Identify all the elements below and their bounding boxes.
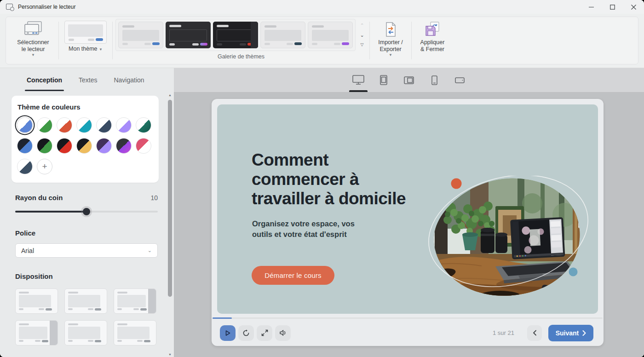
corner-radius-value: 10 bbox=[150, 194, 158, 202]
preview-pane: Commentcommencer àtravailler à domicile … bbox=[174, 68, 644, 357]
player-frame: Commentcommencer àtravailler à domicile … bbox=[212, 99, 604, 346]
next-button[interactable]: Suivant bbox=[548, 325, 593, 341]
color-theme-title: Thème de couleurs bbox=[17, 103, 153, 111]
theme-light-navy[interactable] bbox=[260, 22, 305, 48]
tab-navigation[interactable]: Navigation bbox=[105, 68, 152, 92]
slide-title: Commentcommencer àtravailler à domicile bbox=[252, 150, 406, 208]
layout-label: Disposition bbox=[15, 272, 158, 280]
gallery-caption: Galerie de thèmes bbox=[115, 53, 367, 60]
import-export-button[interactable]: Importer /Exporter ▼ bbox=[371, 19, 410, 62]
corner-radius-label: Rayon du coin bbox=[15, 194, 63, 202]
theme-light-blue[interactable] bbox=[118, 22, 163, 48]
device-strip bbox=[174, 68, 644, 92]
import-export-label-2: Exporter bbox=[380, 46, 401, 52]
preview-area: Commentcommencer àtravailler à domicile … bbox=[174, 92, 644, 357]
play-button[interactable] bbox=[220, 325, 236, 341]
close-button[interactable] bbox=[623, 0, 644, 14]
fullscreen-button[interactable] bbox=[257, 325, 272, 341]
color-swatch-2-7[interactable] bbox=[136, 138, 151, 154]
device-phone-portrait-button[interactable] bbox=[425, 68, 443, 92]
apply-close-label-1: Appliquer bbox=[420, 39, 445, 46]
theme-dark-purple[interactable] bbox=[166, 22, 211, 48]
scroll-down-icon[interactable]: ▼ bbox=[168, 353, 172, 356]
slide-subtitle: Organisez votre espace, vosoutils et vot… bbox=[252, 219, 355, 240]
tab-textes[interactable]: Textes bbox=[70, 68, 105, 92]
my-theme-thumbnail bbox=[64, 21, 107, 44]
color-swatch-1-6[interactable] bbox=[116, 117, 132, 133]
font-label: Police bbox=[15, 229, 158, 237]
color-swatch-1-4[interactable] bbox=[76, 117, 92, 133]
minimize-button[interactable] bbox=[581, 0, 602, 14]
previous-button[interactable] bbox=[527, 325, 542, 341]
app-icon bbox=[6, 4, 14, 11]
chevron-down-icon: ⌄ bbox=[148, 248, 152, 253]
corner-radius-slider[interactable] bbox=[15, 208, 158, 215]
font-select-value: Arial bbox=[21, 247, 34, 254]
layout-thumb-6[interactable] bbox=[114, 320, 156, 345]
color-swatch-1-2[interactable] bbox=[37, 117, 52, 133]
sidebar: ConceptionTextesNavigation Thème de coul… bbox=[0, 68, 174, 357]
color-swatch-1-7[interactable] bbox=[136, 117, 151, 133]
device-tablet-portrait-button[interactable] bbox=[374, 68, 393, 92]
my-theme-label: Mon thème bbox=[69, 46, 98, 52]
titlebar: Personnaliser le lecteur bbox=[0, 0, 644, 14]
color-swatch-2-4[interactable] bbox=[76, 138, 92, 154]
gallery-scroll-up-icon[interactable]: ⌃ bbox=[358, 22, 366, 29]
ribbon: Sélectionnerle lecteur ▼ Mon thème ▼ ⌃ ⌄… bbox=[0, 14, 644, 68]
layout-section: Disposition bbox=[15, 272, 158, 345]
select-player-icon bbox=[23, 20, 43, 37]
sidebar-tabs: ConceptionTextesNavigation bbox=[0, 68, 174, 92]
customize-player-window: Personnaliser le lecteur bbox=[0, 0, 644, 357]
start-course-button[interactable]: Démarrer le cours bbox=[252, 266, 334, 285]
my-theme-button[interactable]: Mon thème ▼ bbox=[60, 19, 111, 62]
device-phone-landscape-button[interactable] bbox=[450, 68, 469, 92]
add-color-theme-button[interactable]: + bbox=[37, 159, 52, 174]
gallery-more-icon[interactable]: ▽ bbox=[358, 41, 366, 48]
color-swatch-2-1[interactable] bbox=[17, 138, 33, 154]
scroll-up-icon[interactable]: ▲ bbox=[168, 93, 172, 97]
import-export-caret-icon: ▼ bbox=[389, 54, 392, 57]
decorative-orange-dot bbox=[451, 178, 462, 189]
layout-thumb-3[interactable] bbox=[114, 288, 156, 314]
tab-conception[interactable]: Conception bbox=[18, 68, 70, 92]
slider-thumb[interactable] bbox=[83, 208, 90, 215]
page-indicator: 1 sur 21 bbox=[493, 329, 514, 336]
gallery-scroll-down-icon[interactable]: ⌄ bbox=[358, 31, 366, 39]
slide-preview: Commentcommencer àtravailler à domicile … bbox=[217, 104, 598, 314]
color-swatch-1-3[interactable] bbox=[57, 117, 72, 133]
color-swatch-2-5[interactable] bbox=[96, 138, 112, 154]
theme-light-purple[interactable] bbox=[308, 22, 353, 48]
select-player-label-2: le lecteur bbox=[22, 46, 45, 52]
color-theme-card: Thème de couleurs + bbox=[12, 96, 159, 183]
sidebar-scrollbar[interactable]: ▲ ▼ bbox=[167, 93, 173, 356]
restart-button[interactable] bbox=[238, 325, 254, 341]
maximize-button[interactable] bbox=[602, 0, 623, 14]
layout-thumb-1[interactable] bbox=[15, 288, 58, 314]
apply-close-label-2: & Fermer bbox=[420, 46, 444, 52]
layout-thumb-4[interactable] bbox=[15, 320, 58, 345]
color-swatch-2-3[interactable] bbox=[57, 138, 72, 154]
color-swatch-3-1[interactable] bbox=[17, 159, 33, 174]
apply-close-icon bbox=[424, 20, 441, 37]
color-swatch-1-5[interactable] bbox=[96, 117, 112, 133]
select-player-button[interactable]: Sélectionnerle lecteur ▼ bbox=[9, 19, 58, 62]
apply-close-button[interactable]: Appliquer& Fermer bbox=[413, 19, 452, 62]
theme-dark-red[interactable] bbox=[213, 22, 258, 48]
device-desktop-button[interactable] bbox=[349, 68, 368, 92]
scrollbar-thumb[interactable] bbox=[168, 100, 172, 297]
color-swatch-2-2[interactable] bbox=[37, 138, 52, 154]
color-swatch-2-6[interactable] bbox=[116, 138, 132, 154]
window-title: Personnaliser le lecteur bbox=[18, 4, 75, 10]
next-button-label: Suivant bbox=[556, 329, 579, 337]
slide-photo bbox=[426, 176, 592, 305]
chevron-right-icon bbox=[582, 330, 586, 336]
layout-thumb-2[interactable] bbox=[64, 288, 107, 314]
font-select[interactable]: Arial ⌄ bbox=[15, 243, 158, 258]
layout-thumb-5[interactable] bbox=[64, 320, 107, 345]
corner-radius-section: Rayon du coin 10 bbox=[15, 194, 158, 215]
device-tablet-landscape-button[interactable] bbox=[400, 68, 418, 92]
import-export-label-1: Importer / bbox=[378, 39, 403, 46]
player-progress-bar[interactable] bbox=[213, 317, 603, 319]
color-swatch-1-1[interactable] bbox=[17, 117, 33, 133]
volume-button[interactable] bbox=[275, 325, 291, 341]
